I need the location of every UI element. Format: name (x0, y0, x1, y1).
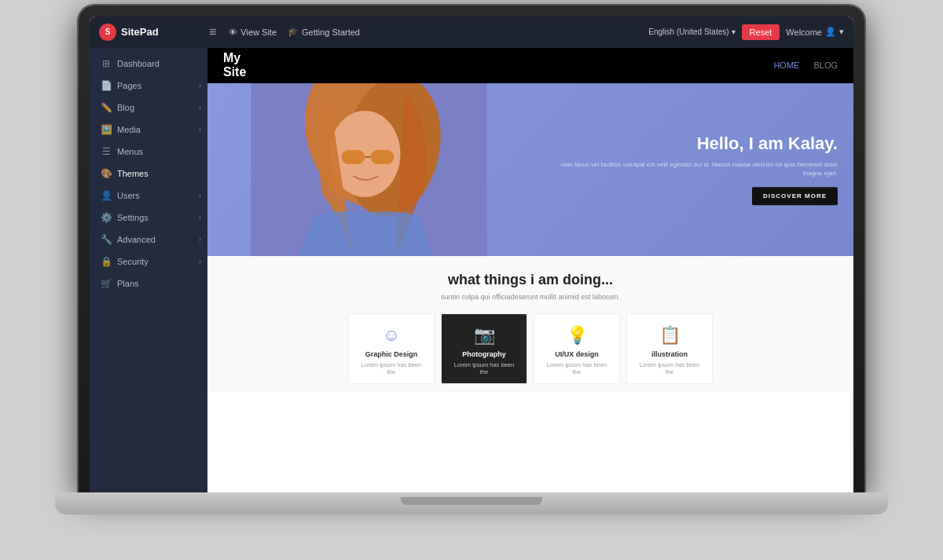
graphic-design-icon: ☺ (357, 325, 426, 346)
reset-button[interactable]: Reset (742, 24, 780, 40)
service-card-photo[interactable]: 📷 Photography Lorem ipsum has been the (441, 313, 527, 384)
chevron-right-icon: › (199, 104, 201, 112)
sidebar-item-label: Blog (117, 103, 134, 112)
top-bar-right: English (United States) ▾ Reset Welcome … (648, 24, 844, 40)
service-card-graphic[interactable]: ☺ Graphic Design Lorem ipsum has been th… (348, 313, 435, 384)
welcome-label: Welcome (786, 27, 822, 37)
what-i-do-subtitle: suntin culpa qui officiadeserunt mollit … (223, 293, 838, 301)
illustration-icon: 📋 (635, 325, 704, 346)
service-desc-graphic: Lorem ipsum has been the (357, 361, 426, 375)
advanced-icon: 🔧 (101, 234, 112, 245)
hero-image (207, 83, 530, 256)
discover-more-button[interactable]: DISCOVER MORE (752, 187, 838, 205)
site-preview: My Site HOME BLOG (207, 48, 853, 392)
service-desc-photo: Lorem ipsum has been the (449, 361, 519, 375)
site-logo: My Site (223, 51, 246, 79)
chevron-right-icon: › (199, 214, 201, 221)
svg-rect-5 (371, 150, 394, 164)
sidebar-item-themes[interactable]: 🎨 Themes (90, 163, 207, 185)
hero-heading: Hello, I am Kalay. (547, 134, 838, 154)
sidebar-item-label: Plans (117, 279, 139, 288)
flag-icon: 🎓 (288, 27, 299, 37)
top-bar-actions: 👁 View Site 🎓 Getting Started (229, 27, 640, 37)
uiux-icon: 💡 (542, 325, 611, 346)
users-icon: 👤 (101, 190, 112, 201)
chevron-down-icon-2: ▾ (839, 27, 844, 37)
hamburger-icon[interactable]: ≡ (209, 25, 216, 39)
hero-section: Hello, I am Kalay. nian lacus vel facili… (207, 83, 853, 256)
sidebar-item-plans[interactable]: 🛒 Plans (90, 273, 207, 295)
sidebar-item-pages[interactable]: 📄 Pages › (90, 75, 207, 97)
top-bar: S SitePad ≡ 👁 View Site 🎓 Getting Starte… (90, 16, 853, 48)
view-site-label: View Site (240, 27, 277, 37)
service-name-photo: Photography (449, 350, 519, 358)
site-nav: My Site HOME BLOG (207, 48, 853, 83)
laptop-screen: S SitePad ≡ 👁 View Site 🎓 Getting Starte… (79, 5, 864, 492)
service-desc-uiux: Lorem ipsum has been the (542, 361, 611, 375)
site-nav-links: HOME BLOG (773, 60, 838, 70)
language-select[interactable]: English (United States) ▾ (648, 27, 735, 36)
svg-rect-4 (342, 150, 365, 164)
sidebar-item-label: Security (117, 257, 149, 266)
plans-icon: 🛒 (101, 278, 112, 289)
chevron-right-icon: › (199, 192, 201, 199)
language-label: English (United States) (648, 27, 728, 36)
chevron-down-icon: ▾ (732, 27, 736, 36)
sidebar-item-security[interactable]: 🔒 Security › (90, 251, 207, 273)
sidebar-item-label: Media (117, 125, 141, 134)
sidebar-item-blog[interactable]: ✏️ Blog › (90, 97, 207, 119)
sidebar-item-users[interactable]: 👤 Users › (90, 185, 207, 207)
hero-text-area: Hello, I am Kalay. nian lacus vel facili… (547, 134, 838, 205)
chevron-right-icon: › (199, 236, 201, 243)
site-nav-blog[interactable]: BLOG (813, 60, 838, 70)
sidebar: ⊞ Dashboard 📄 Pages › ✏️ Blog › 🖼️ (90, 48, 207, 492)
logo-area: S SitePad (99, 24, 201, 41)
security-icon: 🔒 (101, 256, 112, 267)
getting-started-button[interactable]: 🎓 Getting Started (288, 27, 360, 37)
logo-text: SitePad (121, 26, 159, 38)
getting-started-label: Getting Started (302, 27, 360, 37)
themes-icon: 🎨 (101, 168, 112, 179)
site-logo-line1: My (223, 51, 246, 65)
sidebar-item-label: Themes (117, 169, 149, 178)
service-card-uiux[interactable]: 💡 UI/UX design Lorem ipsum has been the (534, 313, 620, 384)
service-desc-illustration: Lorem ipsum has been the (635, 361, 704, 375)
service-card-illustration[interactable]: 📋 illustration Lorem ipsum has been the (626, 313, 713, 384)
sidebar-item-label: Settings (117, 213, 149, 222)
eye-icon: 👁 (229, 27, 237, 37)
settings-icon: ⚙️ (101, 212, 112, 223)
sitepad-logo: S (99, 24, 116, 41)
dashboard-icon: ⊞ (101, 58, 112, 69)
what-i-do-title: what things i am doing... (223, 272, 838, 288)
sidebar-item-menus[interactable]: ☰ Menus (90, 141, 207, 163)
view-site-button[interactable]: 👁 View Site (229, 27, 277, 37)
services-row: ☺ Graphic Design Lorem ipsum has been th… (223, 313, 838, 384)
chevron-right-icon: › (199, 126, 201, 134)
hero-subtext: nian lacus vel facilisis volutpat est ve… (547, 160, 838, 178)
sidebar-item-advanced[interactable]: 🔧 Advanced › (90, 229, 207, 251)
main-area: ⊞ Dashboard 📄 Pages › ✏️ Blog › 🖼️ (90, 48, 853, 492)
sidebar-item-media[interactable]: 🖼️ Media › (90, 119, 207, 141)
chevron-right-icon: › (199, 258, 201, 265)
site-logo-line2: Site (223, 65, 246, 79)
service-name-graphic: Graphic Design (357, 350, 426, 358)
sidebar-item-label: Dashboard (117, 59, 160, 68)
sidebar-item-label: Advanced (117, 235, 156, 244)
chevron-right-icon: › (199, 82, 201, 90)
site-nav-home[interactable]: HOME (773, 60, 799, 70)
pages-icon: 📄 (101, 80, 112, 91)
laptop-base (55, 492, 888, 514)
media-icon: 🖼️ (101, 124, 112, 135)
sidebar-item-label: Pages (117, 81, 141, 90)
laptop-wrapper: S SitePad ≡ 👁 View Site 🎓 Getting Starte… (39, 5, 904, 555)
sidebar-item-label: Users (117, 191, 140, 200)
sidebar-item-settings[interactable]: ⚙️ Settings › (90, 207, 207, 229)
sidebar-item-label: Menus (117, 147, 143, 156)
menus-icon: ☰ (101, 146, 112, 157)
service-name-uiux: UI/UX design (542, 350, 611, 358)
user-icon: 👤 (825, 27, 836, 37)
what-i-do-section: what things i am doing... suntin culpa q… (207, 256, 853, 392)
sidebar-item-dashboard[interactable]: ⊞ Dashboard (90, 53, 207, 75)
welcome-area[interactable]: Welcome 👤 ▾ (786, 27, 844, 37)
blog-icon: ✏️ (101, 102, 112, 113)
